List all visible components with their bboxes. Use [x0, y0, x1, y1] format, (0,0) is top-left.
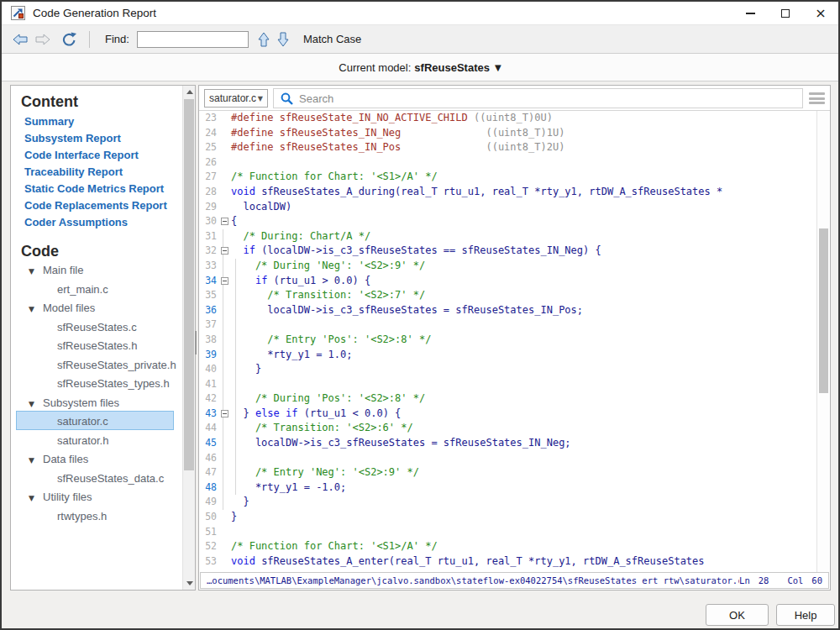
back-button[interactable]: [13, 34, 28, 45]
code-line[interactable]: 47 /* Entry 'Neg': '<S2>:9' */: [199, 465, 816, 480]
refresh-button[interactable]: [61, 32, 77, 46]
hamburger-menu-icon[interactable]: [809, 92, 825, 104]
code-line[interactable]: 26: [199, 155, 816, 171]
code-line[interactable]: 34 if (rtu_u1 > 0.0) {: [199, 274, 816, 289]
code-line[interactable]: 27/* Function for Chart: '<S1>/A' */: [199, 170, 816, 185]
tree-collapse-icon[interactable]: ▼: [29, 301, 39, 318]
line-number-highlighted[interactable]: 45: [199, 436, 219, 451]
chevron-down-icon: ▼: [258, 95, 263, 102]
help-button[interactable]: Help: [776, 604, 835, 626]
code-line[interactable]: 32 if (localDW->is_c3_sfReuseStates == s…: [199, 244, 816, 259]
tree-item-utility-files[interactable]: ▼Utility files: [16, 486, 174, 506]
code-line[interactable]: 39 *rty_y1 = 1.0;: [199, 348, 816, 363]
line-number-highlighted[interactable]: 36: [199, 303, 219, 318]
panel-splitter-grip[interactable]: [195, 331, 197, 354]
maximize-button[interactable]: [768, 2, 803, 25]
code-line[interactable]: 33 /* During 'Neg': '<S2>:9' */: [199, 259, 816, 274]
code-fold-icon[interactable]: [221, 247, 228, 255]
code-line[interactable]: 50}: [199, 510, 816, 525]
code-fold-icon[interactable]: [221, 410, 228, 417]
code-line[interactable]: 46: [199, 451, 816, 466]
content-link-traceability-report[interactable]: Traceability Report: [11, 164, 182, 181]
tree-collapse-icon[interactable]: ▼: [29, 490, 39, 507]
tree-item-saturator-h[interactable]: saturator.h: [16, 430, 174, 449]
sidebar-scrollbar[interactable]: [182, 86, 195, 590]
tree-item-ert-main-c[interactable]: ert_main.c: [16, 279, 174, 298]
line-number-highlighted[interactable]: 34: [199, 274, 219, 289]
line-number-highlighted[interactable]: 43: [199, 407, 219, 422]
tree-item-saturator-c[interactable]: saturator.c: [16, 411, 174, 430]
code-line[interactable]: 25#define sfReuseStates_IN_Pos ((uint8_T…: [199, 140, 816, 155]
code-fold-icon[interactable]: [221, 218, 228, 225]
tree-collapse-icon[interactable]: ▼: [29, 452, 39, 470]
fold-column: [219, 288, 231, 303]
code-line[interactable]: 44 /* Transition: '<S2>:6' */: [199, 421, 816, 436]
code-line[interactable]: 45 localDW->is_c3_sfReuseStates = sfReus…: [199, 436, 816, 451]
tree-item-model-files[interactable]: ▼Model files: [16, 297, 174, 317]
content-link-subsystem-report[interactable]: Subsystem Report: [11, 130, 182, 147]
tree-item-sfreusestates-h[interactable]: sfReuseStates.h: [16, 335, 174, 354]
content-link-coder-assumptions[interactable]: Coder Assumptions: [11, 214, 182, 231]
scroll-down-button[interactable]: [183, 577, 196, 590]
code-line[interactable]: 53void sfReuseStates_A_enter(real_T rtu_…: [199, 554, 816, 570]
code-line[interactable]: 28void sfReuseStates_A_during(real_T rtu…: [199, 185, 816, 200]
tree-collapse-icon[interactable]: ▼: [29, 396, 39, 413]
code-fold-icon[interactable]: [221, 277, 228, 285]
find-input[interactable]: [137, 31, 249, 48]
line-number: 53: [199, 554, 219, 570]
forward-button[interactable]: [35, 34, 50, 45]
code-line[interactable]: 35 /* Transition: '<S2>:7' */: [199, 288, 816, 303]
content-link-code-interface-report[interactable]: Code Interface Report: [11, 147, 182, 164]
code-search-input[interactable]: Search: [273, 88, 803, 108]
tree-item-main-file[interactable]: ▼Main file: [16, 260, 174, 279]
content-link-code-replacements-report[interactable]: Code Replacements Report: [11, 197, 182, 214]
content-link-summary[interactable]: Summary: [11, 113, 182, 130]
tree-item-sfreusestates-types-h[interactable]: sfReuseStates_types.h: [16, 373, 174, 392]
code-line[interactable]: 41: [199, 377, 816, 392]
close-button[interactable]: ×: [803, 2, 838, 25]
match-case-toggle[interactable]: Match Case: [303, 33, 361, 45]
code-editor-area[interactable]: 23#define sfReuseState_IN_NO_ACTIVE_CHIL…: [199, 111, 816, 572]
tree-item-data-files[interactable]: ▼Data files: [16, 449, 174, 468]
tree-item-sfreusestates-data-c[interactable]: sfReuseStates_data.c: [16, 468, 174, 487]
code-line[interactable]: 29 localDW): [199, 200, 816, 215]
tree-item-label: ert_main.c: [57, 283, 108, 296]
code-line[interactable]: 24#define sfReuseStates_IN_Neg ((uint8_T…: [199, 126, 816, 141]
code-line[interactable]: 42 /* During 'Pos': '<S2>:8' */: [199, 391, 816, 407]
code-line[interactable]: 43 } else if (rtu_u1 < 0.0) {: [199, 407, 816, 422]
code-line[interactable]: 37: [199, 318, 816, 333]
code-scroll-thumb[interactable]: [819, 228, 828, 393]
tree-item-rtwtypes-h[interactable]: rtwtypes.h: [16, 506, 174, 525]
tree-item-label: sfReuseStates.c: [57, 321, 137, 333]
tree-collapse-icon[interactable]: ▼: [29, 263, 39, 281]
code-line[interactable]: 30{: [199, 214, 816, 229]
file-selector-dropdown[interactable]: saturator.c ▼: [204, 89, 268, 108]
find-next-icon: [277, 32, 289, 47]
tree-item-sfreusestates-private-h[interactable]: sfReuseStates_private.h: [16, 354, 174, 374]
code-line[interactable]: 48 *rty_y1 = -1.0;: [199, 480, 816, 496]
code-line[interactable]: 52/* Function for Chart: '<S1>/A' */: [199, 539, 816, 554]
current-model-name[interactable]: sfReuseStates: [414, 61, 490, 74]
line-number-highlighted[interactable]: 48: [199, 480, 219, 496]
current-model-caret-icon[interactable]: ▼: [495, 63, 501, 72]
line-number-highlighted[interactable]: 39: [199, 348, 219, 363]
minimize-button[interactable]: [732, 2, 768, 25]
code-line[interactable]: 38 /* Entry 'Pos': '<S2>:8' */: [199, 333, 816, 348]
tree-item-sfreusestates-c[interactable]: sfReuseStates.c: [16, 317, 174, 336]
code-line[interactable]: 36 localDW->is_c3_sfReuseStates = sfReus…: [199, 303, 816, 318]
sidebar-scroll-thumb[interactable]: [184, 99, 194, 470]
code-line[interactable]: 49 }: [199, 495, 816, 510]
scroll-up-button[interactable]: [183, 86, 196, 98]
content-link-static-code-metrics-report[interactable]: Static Code Metrics Report: [11, 181, 182, 197]
code-line[interactable]: 40 }: [199, 362, 816, 377]
find-next-button[interactable]: [277, 32, 289, 47]
code-scrollbar[interactable]: [816, 111, 830, 572]
find-previous-button[interactable]: [258, 32, 270, 47]
ok-button[interactable]: OK: [706, 604, 769, 626]
code-line[interactable]: 23#define sfReuseState_IN_NO_ACTIVE_CHIL…: [199, 111, 816, 126]
code-text: *rty_y1 = 1.0;: [231, 348, 353, 363]
fold-column: [219, 170, 231, 185]
code-line[interactable]: 31 /* During: Chart/A */: [199, 229, 816, 244]
code-line[interactable]: 51: [199, 525, 816, 540]
tree-item-subsystem-files[interactable]: ▼Subsystem files: [16, 392, 174, 412]
